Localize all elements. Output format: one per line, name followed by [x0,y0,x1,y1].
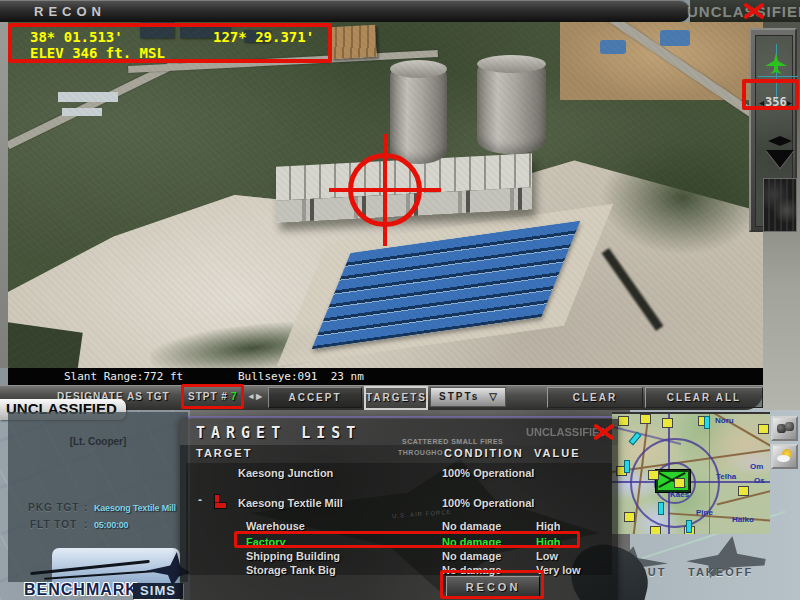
annotation-box-recon-button [440,570,544,599]
target-row-name[interactable]: Kaesong Textile Mill [238,497,343,509]
stpt-prev-icon[interactable]: ◄ [247,392,255,401]
expand-collapse-icon[interactable]: - [198,493,202,507]
map-objective-icon [650,526,661,534]
map-aircraft-icon [704,416,710,429]
target-row-condition: No damage [442,550,501,562]
recon-status-bar: Slant Range:772 ft Bullseye:091 23 nm [8,368,763,385]
target-list-dialog: UNCLASSIFIED TARGET LIST SCATTERED SMALL… [180,419,618,600]
flt-tot-value: 05:00:00 [94,520,128,530]
pkg-tgt-separator: : [84,502,88,513]
map-town-label: Haiko [732,515,754,524]
tactical-map[interactable]: Noru Om Telha Os Kaes Pine Haiko [612,412,770,534]
chevron-down-icon: ▽ [489,388,499,406]
annotation-box-stpt [181,384,244,409]
terrain-icon [777,422,793,434]
stpt-next-icon[interactable]: ▶ [256,392,262,401]
logo-suffix: SIMS [133,583,183,599]
map-objective-icon [624,512,635,522]
pkg-tgt-value: Kaesong Textile Mill [94,503,176,513]
target-row-value: Low [536,550,558,562]
close-icon[interactable] [744,3,764,19]
recon-zoom-panel: ◄ 356 ► [749,28,797,232]
image-grain [8,22,763,368]
map-objective-icon [674,478,685,488]
map-town-label: Pine [696,508,713,517]
close-icon[interactable] [594,424,614,440]
recon-satellite-view[interactable]: 38* 01.513' 127* 29.371' ELEV 346 ft. MS… [8,22,763,368]
column-header-target: TARGET [196,447,252,459]
background-map-edge-line [186,416,618,418]
pkg-tgt-label: PKG TGT [28,502,79,513]
terrain-view-button[interactable] [771,416,798,441]
pilot-name: [Lt. Cooper] [8,436,188,447]
map-town-label: Os [754,476,765,485]
logo-brand: BENCHMARK [24,581,138,599]
targets-button[interactable]: TARGETS [364,386,428,410]
flt-tot-separator: : [84,519,88,530]
column-header-condition: CONDITION [444,447,524,459]
map-objective-icon [758,424,769,434]
accept-button[interactable]: ACCEPT [268,387,362,408]
map-town-label: Telha [716,472,736,481]
map-aircraft-icon [629,432,642,446]
target-row-name[interactable]: Kaesong Junction [238,467,333,479]
column-header-value: VALUE [534,447,580,459]
slant-range-readout: Slant Range:772 ft [64,370,183,383]
map-objective-icon [618,416,629,426]
takeoff-button[interactable]: TAKEOFF [688,566,753,578]
falcon-mission-screen: RECON UNCLASSIFIED 38* 01.513' [0,0,800,600]
clear-all-button[interactable]: CLEAR ALL [645,387,763,408]
weather-briefing-text: SCATTERED SMALL FIRES [402,438,503,445]
stpts-dropdown[interactable]: STPTs ▽ [430,387,506,407]
annotation-box-coordinates [8,23,332,63]
target-row-name[interactable]: Shipping Building [246,550,340,562]
annotation-box-heading-spinner [742,79,799,110]
map-aircraft-icon [624,460,630,473]
map-town-label: Noru [715,416,734,425]
weather-button[interactable] [771,444,798,469]
flt-tot-label: FLT TOT [30,519,77,530]
jet-icon [764,52,788,78]
down-arrow-icon[interactable] [766,136,794,174]
stpts-dropdown-value: STPTs [431,391,479,402]
target-row-name[interactable]: Storage Tank Big [246,564,336,576]
map-aircraft-icon [686,520,692,533]
recon-thumbnail [763,178,797,232]
map-objective-icon [648,470,659,480]
map-objective-icon [662,418,673,428]
background-left-strip [0,22,8,368]
factory-icon [214,495,227,508]
clear-button[interactable]: CLEAR [547,387,643,408]
annotation-box-factory-row [234,531,580,548]
map-town-label: Om [750,462,763,471]
map-town-label: Kaes [670,490,689,499]
zoom-panel-display: ◄ 356 ► [755,35,793,227]
weather-icon [777,449,795,463]
weather-briefing-text: THROUGHO [398,449,443,456]
map-objective-icon [738,486,749,496]
target-row-condition: 100% Operational [442,467,534,479]
recon-window-title: RECON [34,4,106,19]
map-aircraft-icon [658,502,664,515]
bullseye-readout: Bullseye:091 23 nm [238,370,364,383]
classification-banner-dialog: UNCLASSIFIED [526,426,604,440]
map-objective-icon [640,414,651,424]
target-row-condition: 100% Operational [442,497,534,509]
target-list-title: TARGET LIST [196,424,361,442]
